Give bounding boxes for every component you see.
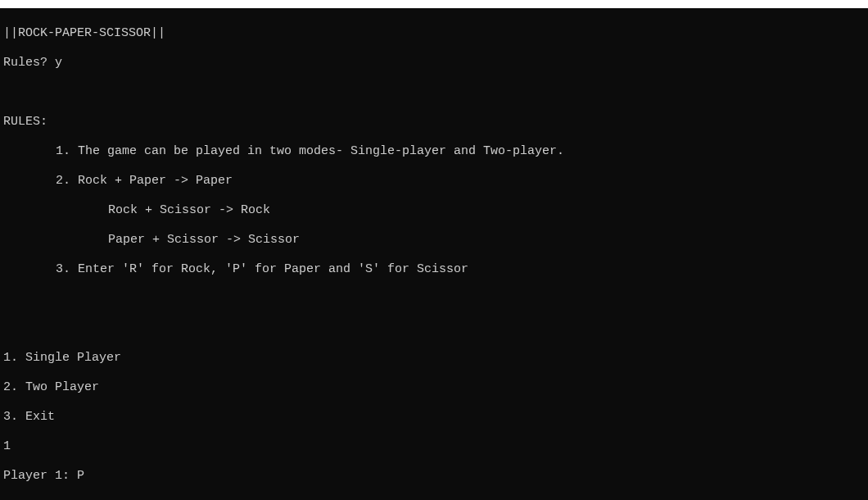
menu-option-1: 1. Single Player [3, 351, 865, 366]
game-banner: ||ROCK-PAPER-SCISSOR|| [3, 26, 865, 41]
rule-3: 3. Enter 'R' for Rock, 'P' for Paper and… [3, 262, 865, 277]
rule-2a: Rock + Scissor -> Rock [3, 203, 865, 218]
terminal-output[interactable]: ||ROCK-PAPER-SCISSOR|| Rules? y RULES: 1… [0, 8, 868, 500]
blank-line [3, 321, 865, 336]
blank-line [3, 292, 865, 307]
player1-move: Player 1: P [3, 469, 865, 484]
menu-option-3: 3. Exit [3, 410, 865, 425]
user-choice: 1 [3, 439, 865, 454]
blank-line [3, 85, 865, 100]
rule-2b: Paper + Scissor -> Scissor [3, 233, 865, 248]
rules-header: RULES: [3, 115, 865, 130]
window-titlebar [0, 0, 868, 8]
rule-1: 1. The game can be played in two modes- … [3, 144, 865, 159]
menu-option-2: 2. Two Player [3, 380, 865, 395]
rule-2: 2. Rock + Paper -> Paper [3, 174, 865, 189]
rules-prompt: Rules? y [3, 56, 865, 70]
